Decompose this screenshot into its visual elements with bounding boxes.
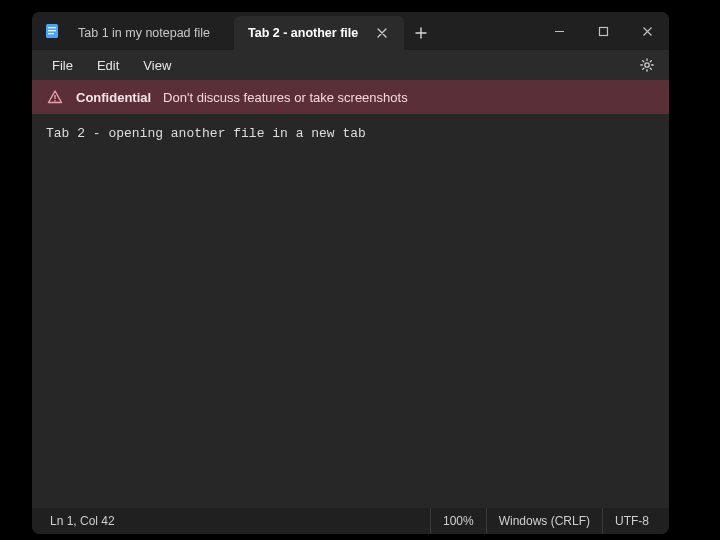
svg-rect-4 bbox=[599, 27, 607, 35]
tab-label: Tab 2 - another file bbox=[248, 26, 358, 40]
statusbar: Ln 1, Col 42 100% Windows (CRLF) UTF-8 bbox=[32, 508, 669, 534]
status-zoom[interactable]: 100% bbox=[430, 508, 486, 534]
status-cursor-position[interactable]: Ln 1, Col 42 bbox=[40, 508, 127, 534]
window-controls bbox=[537, 12, 669, 50]
close-tab-button[interactable] bbox=[374, 25, 390, 41]
menubar: File Edit View bbox=[32, 50, 669, 80]
gear-icon[interactable] bbox=[635, 53, 659, 77]
tab-strip: Tab 1 in my notepad file Tab 2 - another… bbox=[64, 12, 438, 50]
svg-rect-3 bbox=[48, 33, 54, 34]
app-icon bbox=[32, 12, 64, 50]
svg-rect-1 bbox=[48, 27, 56, 28]
text-editor[interactable]: Tab 2 - opening another file in a new ta… bbox=[32, 114, 669, 508]
status-encoding[interactable]: UTF-8 bbox=[602, 508, 661, 534]
warning-icon bbox=[46, 88, 64, 106]
status-line-endings[interactable]: Windows (CRLF) bbox=[486, 508, 602, 534]
app-window: Tab 1 in my notepad file Tab 2 - another… bbox=[32, 12, 669, 534]
svg-rect-2 bbox=[48, 30, 56, 31]
banner-strong-label: Confidential bbox=[76, 90, 151, 105]
menu-file[interactable]: File bbox=[42, 54, 83, 77]
tab-2[interactable]: Tab 2 - another file bbox=[234, 16, 404, 50]
minimize-button[interactable] bbox=[537, 12, 581, 50]
svg-rect-7 bbox=[54, 100, 55, 101]
menu-edit[interactable]: Edit bbox=[87, 54, 129, 77]
titlebar: Tab 1 in my notepad file Tab 2 - another… bbox=[32, 12, 669, 50]
confidential-banner: Confidential Don't discuss features or t… bbox=[32, 80, 669, 114]
svg-rect-6 bbox=[54, 95, 55, 99]
tab-label: Tab 1 in my notepad file bbox=[78, 26, 210, 40]
banner-text: Don't discuss features or take screensho… bbox=[163, 90, 408, 105]
close-window-button[interactable] bbox=[625, 12, 669, 50]
tab-1[interactable]: Tab 1 in my notepad file bbox=[64, 16, 234, 50]
maximize-button[interactable] bbox=[581, 12, 625, 50]
new-tab-button[interactable] bbox=[404, 16, 438, 50]
menu-view[interactable]: View bbox=[133, 54, 181, 77]
svg-point-5 bbox=[645, 63, 649, 67]
